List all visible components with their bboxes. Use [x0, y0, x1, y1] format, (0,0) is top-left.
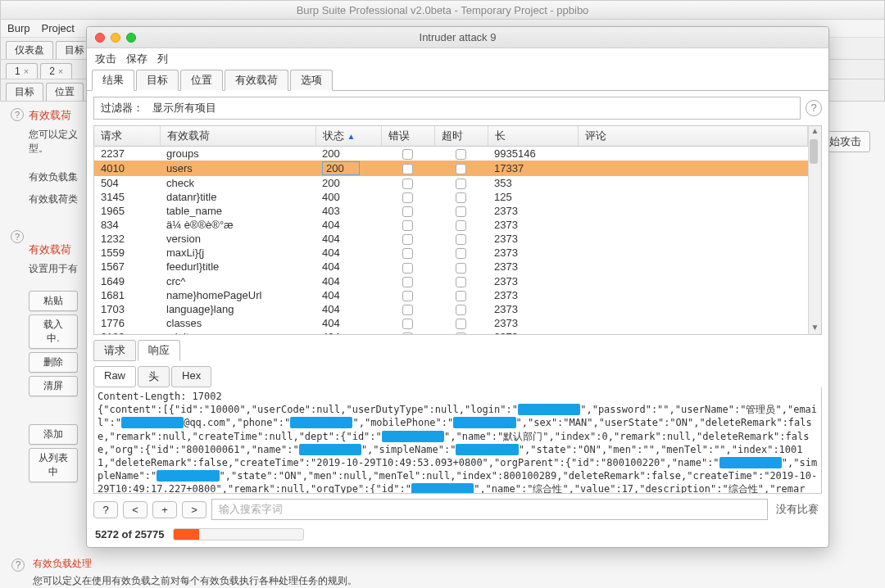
scrollbar-vertical[interactable]: ▲ ▼: [808, 126, 821, 334]
table-row[interactable]: 1567feedurl}title4042373: [94, 260, 808, 274]
column-header[interactable]: 请求: [94, 126, 160, 147]
search-input[interactable]: 输入搜索字词: [211, 499, 768, 520]
payload-processing-section: ? 有效负载处理 您可以定义在使用有效负载之前对每个有效负载执行各种处理任务的规…: [11, 557, 357, 588]
checkbox[interactable]: [456, 192, 466, 203]
close-icon[interactable]: ×: [24, 66, 29, 76]
paste-button[interactable]: 粘贴: [29, 291, 78, 311]
view-tab-raw[interactable]: Raw: [93, 366, 136, 387]
menu-attack[interactable]: 攻击: [95, 52, 116, 66]
checkbox[interactable]: [456, 164, 466, 174]
view-mode-tabs: Raw头Hex: [93, 366, 822, 387]
checkbox[interactable]: [402, 319, 413, 329]
tab-num-1[interactable]: 1×: [6, 63, 38, 79]
column-header[interactable]: 超时: [434, 126, 488, 147]
table-row[interactable]: 1649crc^4042373: [94, 274, 808, 288]
menu-columns[interactable]: 列: [157, 52, 168, 66]
checkbox[interactable]: [456, 263, 466, 274]
next-match-button[interactable]: >: [182, 501, 206, 518]
response-raw-view[interactable]: Content-Length: 17002 {"content":[{"id":…: [93, 387, 822, 494]
help-icon[interactable]: ?: [11, 559, 25, 572]
checkbox[interactable]: [456, 248, 466, 259]
checkbox[interactable]: [402, 277, 413, 287]
close-icon[interactable]: ×: [58, 66, 63, 76]
section-tab-3[interactable]: 有效载荷: [225, 70, 288, 91]
attack-titlebar[interactable]: Intruder attack 9: [87, 27, 828, 48]
no-match-label: 没有比赛: [773, 502, 822, 517]
scroll-thumb[interactable]: [810, 139, 818, 164]
attack-window-title: Intruder attack 9: [87, 31, 828, 43]
prev-match-button[interactable]: <: [123, 501, 148, 518]
checkbox[interactable]: [456, 149, 466, 160]
checkbox[interactable]: [456, 220, 466, 231]
tab-num-2[interactable]: 2×: [40, 63, 72, 79]
help-icon[interactable]: ?: [806, 100, 822, 116]
remove-button[interactable]: 删除: [29, 352, 78, 373]
checkbox[interactable]: [456, 234, 466, 245]
add-button[interactable]: +: [152, 501, 177, 518]
scroll-down-icon[interactable]: ▼: [810, 323, 821, 334]
view-tab-hex[interactable]: Hex: [171, 366, 211, 387]
checkbox[interactable]: [456, 277, 466, 287]
menu-project[interactable]: Project: [41, 20, 74, 37]
checkbox[interactable]: [456, 179, 466, 189]
help-icon[interactable]: ?: [11, 230, 24, 243]
checkbox[interactable]: [402, 220, 413, 231]
checkbox[interactable]: [402, 305, 413, 315]
load-button[interactable]: 载入中.: [29, 314, 78, 349]
menu-burp[interactable]: Burp: [7, 20, 30, 37]
checkbox[interactable]: [402, 263, 413, 274]
table-row[interactable]: 2182minite4042373: [94, 330, 808, 334]
filter-input[interactable]: 过滤器： 显示所有项目: [93, 97, 801, 120]
section-tab-2[interactable]: 位置: [180, 70, 223, 91]
section-title: 有效载荷: [29, 108, 84, 123]
column-header[interactable]: 评论: [578, 126, 808, 147]
section-title: 有效载荷: [29, 242, 84, 257]
table-row[interactable]: 1232version4042373: [94, 232, 808, 246]
add-button[interactable]: 添加: [29, 424, 78, 445]
checkbox[interactable]: [456, 206, 466, 217]
table-row[interactable]: 3145datanr}title400125: [94, 190, 808, 204]
table-row[interactable]: 4010users20017337: [94, 161, 808, 176]
table-row[interactable]: 834ä¼ è®®è®°æ4042373: [94, 218, 808, 232]
section-tab-1[interactable]: 目标: [136, 70, 179, 91]
section-description: 您可以定义在使用有效负载之前对每个有效负载执行各种处理任务的规则。: [33, 574, 357, 588]
column-header[interactable]: 有效载荷: [160, 126, 315, 147]
help-button[interactable]: ?: [93, 501, 118, 518]
table-row[interactable]: 1776classes4042373: [94, 316, 808, 330]
checkbox[interactable]: [402, 179, 413, 189]
section-title: 有效负载处理: [33, 557, 357, 571]
table-row[interactable]: 1559maxLi}{j4042373: [94, 246, 808, 260]
column-header[interactable]: 长: [488, 126, 578, 147]
checkbox[interactable]: [456, 291, 466, 301]
table-row[interactable]: 1681name}homePageUrl4042373: [94, 288, 808, 302]
scroll-up-icon[interactable]: ▲: [810, 126, 821, 138]
column-header[interactable]: 状态: [315, 126, 381, 147]
column-header[interactable]: 错误: [381, 126, 434, 147]
checkbox[interactable]: [402, 149, 413, 160]
checkbox[interactable]: [402, 248, 413, 259]
view-tab-头[interactable]: 头: [138, 366, 170, 387]
from-list-button[interactable]: 从列表中: [29, 448, 78, 482]
table-row[interactable]: 1965table_name4032373: [94, 204, 808, 218]
checkbox[interactable]: [402, 192, 413, 203]
intruder-attack-window: Intruder attack 9 攻击 保存 列 结果目标位置有效载荷选项 过…: [86, 26, 829, 548]
checkbox[interactable]: [456, 305, 466, 315]
checkbox[interactable]: [402, 291, 413, 301]
section-tab-0[interactable]: 结果: [92, 70, 134, 91]
table-row[interactable]: 1703language}lang4042373: [94, 302, 808, 316]
clear-button[interactable]: 清屏: [29, 376, 78, 396]
menu-save[interactable]: 保存: [126, 52, 148, 66]
response-tab[interactable]: 响应: [138, 340, 180, 361]
help-icon[interactable]: ?: [11, 108, 24, 121]
checkbox[interactable]: [402, 234, 413, 245]
table-row[interactable]: 504check200353: [94, 176, 808, 190]
request-tab[interactable]: 请求: [93, 340, 136, 361]
checkbox[interactable]: [402, 332, 413, 334]
table-row[interactable]: 2237groups2009935146: [94, 147, 808, 161]
checkbox[interactable]: [402, 206, 413, 217]
checkbox[interactable]: [456, 319, 466, 329]
tab-dashboard[interactable]: 仪表盘: [6, 41, 53, 59]
checkbox[interactable]: [456, 332, 466, 334]
section-tab-4[interactable]: 选项: [290, 70, 333, 91]
checkbox[interactable]: [402, 164, 413, 174]
